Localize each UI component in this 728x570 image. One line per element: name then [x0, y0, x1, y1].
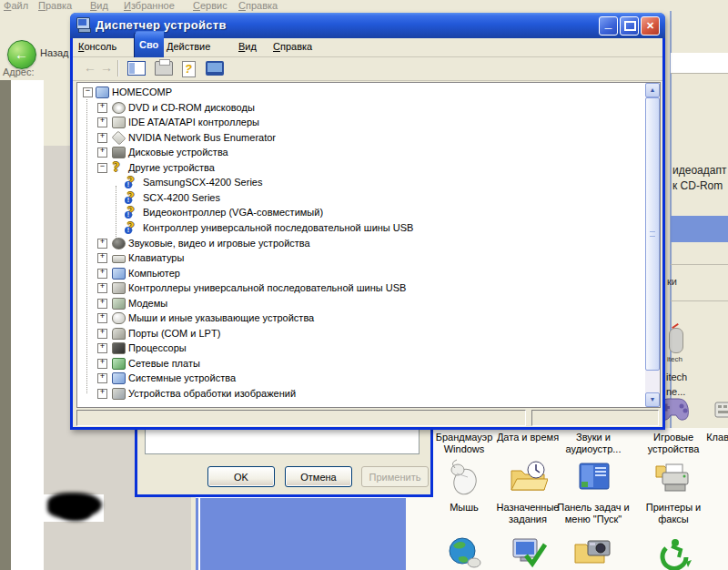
device-label[interactable]: SCX-4200 Series	[143, 191, 220, 205]
bg-menu-item[interactable]: Вид	[90, 0, 108, 12]
device-label[interactable]: Системные устройства	[128, 372, 236, 385]
device-label[interactable]: Контроллер универсальной последовательно…	[143, 221, 413, 235]
device-label[interactable]: Звуковые, видео и игровые устройства	[128, 237, 310, 250]
expand-box-icon[interactable]: +	[97, 299, 107, 309]
expand-box-icon[interactable]: +	[97, 269, 107, 279]
print-icon[interactable]	[155, 61, 173, 76]
user-accounts-icon-partial[interactable]	[713, 459, 728, 497]
toolbar-separator	[117, 60, 119, 76]
help-properties-icon[interactable]: ?	[182, 61, 196, 77]
dm-menu-item[interactable]: Вид	[238, 41, 257, 52]
device-label[interactable]: Компьютер	[128, 267, 180, 280]
taskbar-start-menu-icon[interactable]	[573, 459, 613, 497]
control-panel-item-label[interactable]: Клавиатура	[694, 432, 728, 443]
unknown-device-icon: ?	[112, 162, 125, 173]
exclamation-badge-icon: !	[125, 227, 132, 234]
bg-menu-item[interactable]: Файл	[4, 0, 28, 12]
forward-arrow-icon[interactable]: →	[100, 60, 113, 75]
device-label[interactable]: IDE ATA/ATAPI контроллеры	[128, 116, 259, 129]
system-window-fragment: идеоадапт к CD-Rom ки itech itech ne...	[665, 11, 728, 428]
partial-icon[interactable]	[713, 534, 728, 570]
control-panel-item-label[interactable]: Принтеры и факсы	[634, 502, 713, 525]
divider	[671, 264, 728, 265]
expand-box-icon[interactable]: +	[97, 389, 107, 399]
computer-action-icon[interactable]	[206, 61, 224, 76]
window-title: Диспетчер устройств	[96, 18, 227, 32]
scroll-up-button[interactable]: ▲	[645, 83, 660, 97]
expand-box-icon[interactable]: +	[97, 253, 107, 263]
dm-menu-item[interactable]: Консоль	[78, 41, 116, 52]
back-arrow-icon[interactable]: ←	[84, 60, 96, 75]
collapse-box-icon[interactable]: −	[83, 87, 93, 97]
device-label[interactable]: Другие устройства	[128, 161, 215, 175]
network-icon	[112, 358, 125, 369]
device-label[interactable]: Дисковые устройства	[128, 146, 228, 159]
internet-options-icon[interactable]	[444, 534, 484, 570]
system-update-icon[interactable]	[508, 534, 548, 570]
device-label[interactable]: Процессоры	[128, 341, 187, 355]
selection-band	[671, 216, 728, 242]
bg-menu-item[interactable]: Справка	[238, 0, 278, 12]
keyboard-icon[interactable]	[713, 390, 728, 428]
expand-box-icon[interactable]: +	[97, 343, 107, 353]
nvidia-icon	[112, 132, 125, 143]
status-segment	[531, 410, 659, 426]
device-label[interactable]: Модемы	[128, 297, 167, 310]
device-label[interactable]: SamsungSCX-4200 Series	[143, 176, 262, 189]
expand-box-icon[interactable]: +	[97, 283, 107, 293]
expand-box-icon[interactable]: +	[97, 133, 107, 143]
control-panel-item-label[interactable]: Панель задач и меню "Пуск"	[554, 502, 632, 525]
field-fragment	[671, 53, 728, 74]
expand-box-icon[interactable]: +	[97, 373, 107, 383]
device-label[interactable]: Сетевые платы	[128, 357, 200, 371]
bg-menu-item[interactable]: Сервис	[193, 0, 228, 12]
properties-dialog-title-fragment: Сво	[134, 31, 164, 57]
expand-box-icon[interactable]: +	[97, 329, 107, 339]
device-label[interactable]: Мыши и иные указывающие устройства	[128, 311, 314, 325]
device-label[interactable]: DVD и CD-ROM дисководы	[128, 101, 255, 115]
expand-box-icon[interactable]: +	[97, 103, 107, 113]
printers-faxes-icon[interactable]	[653, 459, 693, 497]
logitech-caption: itech	[667, 355, 682, 363]
device-label[interactable]: Устройства обработки изображений	[128, 387, 296, 401]
exclamation-badge-icon: !	[125, 197, 132, 204]
control-panel-item-label[interactable]: Звуки и аудиоустр...	[554, 432, 632, 455]
status-bar	[76, 410, 659, 426]
vertical-scrollbar[interactable]: ▲ ▼	[645, 83, 660, 407]
scroll-down-button[interactable]: ▼	[645, 392, 660, 407]
device-label[interactable]: Видеоконтроллер (VGA-совместимый)	[143, 206, 323, 219]
expand-box-icon[interactable]: +	[97, 313, 107, 323]
ok-button[interactable]: OK	[207, 466, 275, 487]
show-console-tree-icon[interactable]	[127, 61, 146, 76]
device-label[interactable]: Порты (COM и LPT)	[128, 327, 220, 341]
device-label[interactable]: NVIDIA Network Bus Enumerator	[128, 131, 276, 145]
expand-box-icon[interactable]: +	[97, 148, 107, 158]
back-button[interactable]: ←	[7, 40, 36, 69]
left-white-column	[11, 80, 44, 570]
expand-box-icon[interactable]: +	[97, 239, 107, 249]
scrollbar-thumb[interactable]	[645, 97, 660, 371]
scheduled-tasks-icon[interactable]	[508, 459, 548, 497]
modem-icon	[112, 298, 125, 309]
accessibility-icon[interactable]	[653, 534, 693, 570]
dm-menu-item[interactable]: Действие	[167, 41, 210, 52]
bg-menu-item[interactable]: Избранное	[124, 0, 175, 12]
device-label[interactable]: Клавиатуры	[128, 251, 184, 265]
section-text: ки	[667, 276, 677, 287]
scanners-cameras-icon[interactable]	[573, 534, 613, 570]
unknown-device-icon: ?!	[126, 207, 139, 218]
maximize-button[interactable]	[620, 16, 639, 36]
device-label[interactable]: HOMECOMP	[112, 86, 172, 99]
collapse-box-icon[interactable]: −	[97, 163, 107, 173]
bg-menu-item[interactable]: Правка	[38, 0, 72, 12]
minimize-button[interactable]: ─	[599, 16, 618, 36]
close-button[interactable]: ✕	[641, 16, 660, 36]
computer-icon	[96, 87, 108, 97]
dm-menu-item[interactable]: Справка	[273, 41, 312, 52]
expand-box-icon[interactable]: +	[97, 359, 107, 369]
mouse-icon[interactable]	[444, 459, 484, 497]
expand-box-icon[interactable]: +	[97, 117, 107, 127]
device-label[interactable]: Контроллеры универсальной последовательн…	[128, 281, 406, 295]
cancel-button[interactable]: Отмена	[285, 466, 352, 487]
sound-icon	[112, 238, 125, 249]
